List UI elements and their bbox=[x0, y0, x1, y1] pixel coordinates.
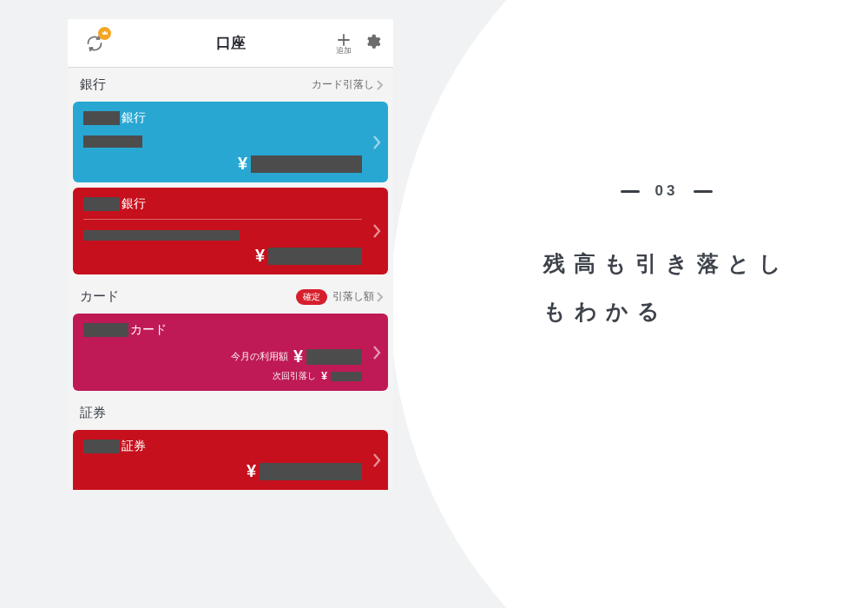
section-header-bank: 銀行 カード引落し bbox=[68, 68, 393, 102]
app-screen: 口座 追加 銀行 カード引落し 銀行 bbox=[68, 19, 393, 490]
chevron-right-icon bbox=[376, 80, 383, 90]
account-name-suffix: カード bbox=[130, 322, 167, 338]
account-name-suffix: 銀行 bbox=[122, 110, 146, 126]
currency-symbol: ¥ bbox=[255, 246, 265, 266]
chevron-right-icon bbox=[376, 292, 383, 302]
divider bbox=[83, 219, 362, 220]
confirmed-badge: 確定 bbox=[296, 289, 327, 305]
masked-text bbox=[83, 230, 240, 241]
chevron-right-icon bbox=[372, 345, 381, 360]
dash-icon bbox=[694, 190, 713, 193]
link-label: 引落し額 bbox=[332, 289, 374, 304]
account-card-bank-1[interactable]: 銀行 ¥ bbox=[73, 102, 388, 182]
crown-badge-icon bbox=[98, 27, 111, 40]
masked-balance bbox=[251, 155, 362, 173]
currency-symbol: ¥ bbox=[321, 370, 327, 382]
masked-text bbox=[83, 197, 120, 211]
masked-amount bbox=[306, 349, 362, 365]
account-card-credit-1[interactable]: カード 今月の利用額 ¥ 次回引落し ¥ bbox=[73, 314, 388, 391]
headline-line-2: もわかる bbox=[543, 287, 790, 335]
gear-icon bbox=[364, 33, 381, 50]
masked-balance bbox=[260, 463, 362, 480]
card-debit-link[interactable]: カード引落し bbox=[312, 77, 383, 92]
masked-text bbox=[83, 323, 128, 337]
section-header-card: カード 確定 引落し額 bbox=[68, 280, 393, 314]
usage-label: 今月の利用額 bbox=[231, 350, 288, 363]
hero-number-row: 03 bbox=[543, 182, 790, 200]
account-name-suffix: 証券 bbox=[122, 439, 146, 454]
chevron-right-icon bbox=[372, 453, 381, 468]
account-name-suffix: 銀行 bbox=[122, 196, 146, 212]
link-label: カード引落し bbox=[312, 77, 374, 92]
chevron-right-icon bbox=[372, 135, 381, 150]
currency-symbol: ¥ bbox=[293, 347, 303, 367]
currency-symbol: ¥ bbox=[238, 154, 247, 174]
currency-symbol: ¥ bbox=[247, 461, 256, 481]
hero-headline: 残高も引き落とし もわかる bbox=[543, 240, 790, 335]
account-card-bank-2[interactable]: 銀行 ¥ bbox=[73, 188, 388, 274]
add-account-button[interactable]: 追加 bbox=[336, 32, 352, 55]
settings-button[interactable] bbox=[364, 33, 381, 54]
add-label: 追加 bbox=[336, 47, 352, 55]
hero-text: 03 残高も引き落とし もわかる bbox=[543, 182, 790, 335]
masked-balance bbox=[268, 248, 362, 265]
refresh-button[interactable] bbox=[83, 32, 106, 55]
hero-number: 03 bbox=[655, 182, 679, 200]
masked-amount bbox=[331, 372, 362, 381]
debit-amount-link[interactable]: 確定 引落し額 bbox=[296, 289, 383, 305]
masked-text bbox=[83, 111, 120, 125]
headline-line-1: 残高も引き落とし bbox=[543, 240, 790, 287]
app-header: 口座 追加 bbox=[68, 19, 393, 68]
section-title: 証券 bbox=[80, 405, 106, 421]
section-title: カード bbox=[80, 288, 119, 305]
next-debit-label: 次回引落し bbox=[273, 370, 316, 382]
section-title: 銀行 bbox=[80, 76, 106, 93]
page-title: 口座 bbox=[216, 33, 246, 53]
masked-text bbox=[83, 439, 120, 453]
dash-icon bbox=[621, 190, 640, 193]
masked-text bbox=[83, 135, 142, 148]
section-header-securities: 証券 bbox=[68, 396, 393, 430]
account-card-securities-1[interactable]: 証券 ¥ bbox=[73, 430, 388, 490]
chevron-right-icon bbox=[372, 223, 381, 239]
